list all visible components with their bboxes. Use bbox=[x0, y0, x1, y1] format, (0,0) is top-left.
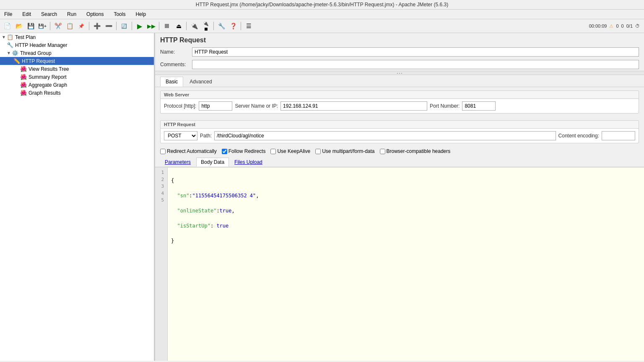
start-no-pauses-button[interactable]: ▶▶ bbox=[146, 21, 157, 31]
status-bar: 00:00:09 ⚠ 0 0 0/1 ⏱ bbox=[589, 23, 642, 29]
checkboxes-row: Redirect Automatically Follow Redirects … bbox=[155, 147, 644, 156]
name-row: Name: bbox=[155, 46, 644, 58]
use-keepalive-checkbox[interactable]: Use KeepAlive bbox=[270, 148, 310, 154]
tree-item-test-plan[interactable]: ▼ 📋 Test Plan bbox=[0, 33, 154, 41]
resize-handle[interactable]: • • • bbox=[155, 71, 644, 75]
redirect-auto-checkbox[interactable]: Redirect Automatically bbox=[160, 148, 217, 154]
tree-label-http-request: HTTP Request bbox=[22, 58, 55, 64]
path-input[interactable] bbox=[214, 131, 556, 140]
port-input[interactable] bbox=[462, 101, 496, 111]
tree-item-thread-group[interactable]: ▼ ⚙️ Thread Group bbox=[0, 49, 154, 57]
menu-edit[interactable]: Edit bbox=[20, 10, 34, 18]
clear-button[interactable]: 🔄 bbox=[119, 21, 130, 31]
web-server-section: Web Server Protocol [http]: Server Name … bbox=[160, 90, 639, 114]
window-title: HTTP Request.jmx (/home/jacky/Downloads/… bbox=[196, 2, 448, 8]
http-request-icon: ✏️ bbox=[13, 58, 20, 64]
redirect-auto-input[interactable] bbox=[160, 149, 166, 154]
remove-button[interactable]: ➖ bbox=[103, 21, 114, 31]
tree-label-test-plan: Test Plan bbox=[15, 34, 36, 40]
name-label: Name: bbox=[160, 49, 190, 55]
shutdown-button[interactable]: ⏏ bbox=[173, 21, 184, 31]
expand-arrow-thread-group: ▼ bbox=[7, 51, 11, 55]
sep8 bbox=[241, 22, 241, 30]
use-multipart-input[interactable] bbox=[315, 149, 321, 154]
new-button[interactable]: 📄 bbox=[2, 21, 13, 31]
browser-headers-input[interactable] bbox=[380, 149, 385, 154]
toolbar: 📄 📂 💾 💾+ ✂️ 📋 📌 ➕ ➖ 🔄 ▶ ▶▶ ⏹ ⏏ 🔌 🔌⏹ 🔧 ❓ … bbox=[0, 19, 644, 33]
save-as-button[interactable]: 💾+ bbox=[37, 21, 48, 31]
follow-redirects-label: Follow Redirects bbox=[229, 148, 266, 154]
resize-dots: • • • bbox=[397, 71, 402, 75]
name-input[interactable] bbox=[192, 47, 639, 57]
method-path-fields: GET POST PUT DELETE PATCH HEAD OPTIONS P… bbox=[164, 131, 635, 140]
start-button[interactable]: ▶ bbox=[134, 21, 145, 31]
thread-icon: ⏱ bbox=[635, 23, 640, 28]
menu-tools[interactable]: Tools bbox=[111, 10, 128, 18]
follow-redirects-checkbox[interactable]: Follow Redirects bbox=[222, 148, 266, 154]
code-line-1: { bbox=[171, 177, 641, 184]
tab-advanced[interactable]: Advanced bbox=[184, 77, 217, 87]
web-server-fields: Protocol [http]: Server Name or IP: Port… bbox=[164, 101, 635, 111]
use-keepalive-label: Use KeepAlive bbox=[277, 148, 310, 154]
line-numbers: 1 2 3 4 5 bbox=[155, 168, 168, 361]
protocol-label: Protocol [http]: bbox=[164, 103, 196, 109]
sub-tab-parameters[interactable]: Parameters bbox=[160, 158, 195, 167]
tree-item-aggregate-graph[interactable]: 🌺 Aggregate Graph bbox=[0, 81, 154, 89]
line-num-5: 5 bbox=[158, 197, 164, 204]
browser-headers-label: Browser-compatible headers bbox=[387, 148, 451, 154]
sub-tab-files-upload[interactable]: Files Upload bbox=[230, 158, 267, 167]
copy-button[interactable]: 📋 bbox=[64, 21, 75, 31]
list-button[interactable]: ☰ bbox=[243, 21, 254, 31]
protocol-input[interactable] bbox=[199, 101, 232, 111]
comments-label: Comments: bbox=[160, 62, 190, 67]
menu-options[interactable]: Options bbox=[84, 10, 106, 18]
sub-tab-body-data[interactable]: Body Data bbox=[196, 158, 229, 167]
add-button[interactable]: ➕ bbox=[91, 21, 102, 31]
main-layout: ▼ 📋 Test Plan 🔧 HTTP Header Manager ▼ ⚙️… bbox=[0, 33, 644, 361]
tree-item-view-results-tree[interactable]: 🌺 View Results Tree bbox=[0, 65, 154, 73]
web-server-content: Protocol [http]: Server Name or IP: Port… bbox=[161, 99, 639, 113]
sep7 bbox=[213, 22, 214, 30]
server-name-input[interactable] bbox=[280, 101, 427, 111]
method-select[interactable]: GET POST PUT DELETE PATCH HEAD OPTIONS bbox=[164, 131, 197, 140]
http-request-content: GET POST PUT DELETE PATCH HEAD OPTIONS P… bbox=[161, 129, 639, 143]
cut-button[interactable]: ✂️ bbox=[52, 21, 63, 31]
menu-search[interactable]: Search bbox=[39, 10, 60, 18]
remote-stop-button[interactable]: 🔌⏹ bbox=[200, 21, 211, 31]
menu-help[interactable]: Help bbox=[133, 10, 148, 18]
remote-start-button[interactable]: 🔌 bbox=[189, 21, 200, 31]
functions-button[interactable]: 🔧 bbox=[216, 21, 227, 31]
encoding-input[interactable] bbox=[602, 131, 635, 140]
server-label: Server Name or IP: bbox=[235, 103, 278, 109]
follow-redirects-input[interactable] bbox=[222, 149, 227, 154]
tree-item-http-request[interactable]: ✏️ HTTP Request bbox=[0, 57, 154, 65]
stop-button[interactable]: ⏹ bbox=[161, 21, 172, 31]
line-num-4: 4 bbox=[158, 190, 164, 197]
open-button[interactable]: 📂 bbox=[13, 21, 24, 31]
paste-button[interactable]: 📌 bbox=[76, 21, 87, 31]
sep6 bbox=[186, 22, 187, 30]
line-num-1: 1 bbox=[158, 169, 164, 176]
use-keepalive-input[interactable] bbox=[270, 149, 276, 154]
use-multipart-checkbox[interactable]: Use multipart/form-data bbox=[315, 148, 374, 154]
menu-file[interactable]: File bbox=[2, 10, 15, 18]
tree-item-graph-results[interactable]: 🌺 Graph Results bbox=[0, 89, 154, 97]
sidebar-tree: ▼ 📋 Test Plan 🔧 HTTP Header Manager ▼ ⚙️… bbox=[0, 33, 155, 361]
browser-headers-checkbox[interactable]: Browser-compatible headers bbox=[380, 148, 451, 154]
tree-item-http-header-manager[interactable]: 🔧 HTTP Header Manager bbox=[0, 41, 154, 49]
summary-report-icon: 🌺 bbox=[20, 74, 27, 80]
line-num-2: 2 bbox=[158, 176, 164, 184]
thread-group-icon: ⚙️ bbox=[12, 50, 18, 56]
save-button[interactable]: 💾 bbox=[25, 21, 36, 31]
tab-basic[interactable]: Basic bbox=[160, 77, 183, 87]
test-plan-icon: 📋 bbox=[7, 34, 13, 40]
encoding-label: Content encoding: bbox=[558, 133, 599, 139]
http-header-icon: 🔧 bbox=[7, 42, 13, 48]
code-content[interactable]: { "sn":"11556454175506352 4", "onlineSta… bbox=[168, 168, 644, 361]
help-icon-button[interactable]: ❓ bbox=[228, 21, 239, 31]
menu-run[interactable]: Run bbox=[65, 10, 79, 18]
path-label: Path: bbox=[200, 133, 212, 139]
tree-item-summary-report[interactable]: 🌺 Summary Report bbox=[0, 73, 154, 81]
http-request-section-title: HTTP Request bbox=[161, 121, 639, 129]
comments-input[interactable] bbox=[192, 60, 639, 69]
